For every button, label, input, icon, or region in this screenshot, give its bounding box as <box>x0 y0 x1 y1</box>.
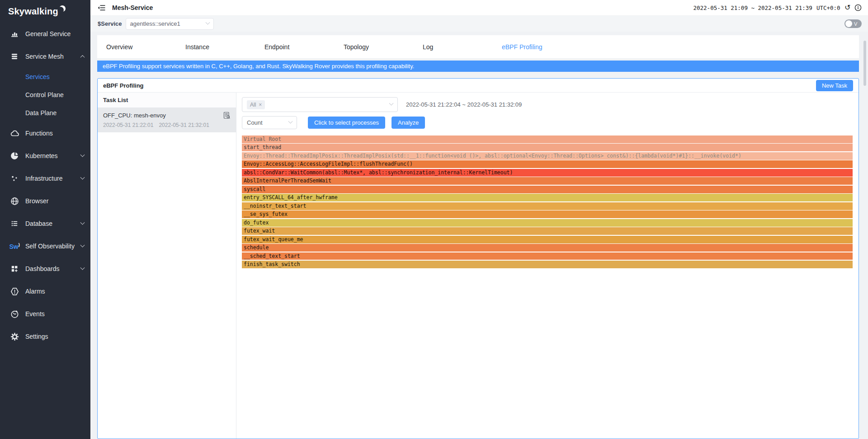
sidebar-item-label: Data Plane <box>25 109 57 117</box>
flame-frame[interactable]: schedule <box>242 244 853 252</box>
flame-frame[interactable]: finish_task_switch <box>242 261 853 268</box>
service-select[interactable]: agentless::service1 <box>126 18 214 30</box>
sidebar-item-label: Services <box>25 73 50 80</box>
sidebar-item-database[interactable]: Database <box>0 212 90 235</box>
flame-frame[interactable]: futex_wait_queue_me <box>242 236 853 243</box>
sidebar-item-browser[interactable]: Browser <box>0 190 90 212</box>
top-header: Mesh-Service 2022-05-31 21:09 ~ 2022-05-… <box>90 0 868 16</box>
sidebar-item-label: Settings <box>25 333 48 340</box>
globe-icon <box>10 196 19 205</box>
tab-topology[interactable]: Topology <box>335 43 414 51</box>
flame-frame[interactable]: syscall <box>242 186 853 193</box>
sidebar-item-label: Functions <box>25 130 53 137</box>
sidebar-item-data-plane[interactable]: Data Plane <box>0 104 90 122</box>
refresh-icon[interactable]: ↻ <box>844 4 850 11</box>
list-icon <box>10 219 19 228</box>
sidebar-item-label: Browser <box>25 197 48 205</box>
task-list-header: Task List <box>98 93 236 108</box>
tab-log[interactable]: Log <box>414 43 493 51</box>
flame-frame[interactable]: Envoy::AccessLog::AccessLogFileImpl::flu… <box>242 160 853 168</box>
gear-icon <box>10 332 19 341</box>
sw-logo-icon: Sw) <box>10 242 19 251</box>
logo-text: Skywalking <box>8 6 58 17</box>
sidebar-item-kubernetes[interactable]: Kubernetes <box>0 145 90 167</box>
sidebar-item-settings[interactable]: Settings <box>0 325 90 348</box>
new-task-button[interactable]: New Task <box>816 80 853 91</box>
chevron-down-icon <box>80 243 85 247</box>
flame-graph: Virtual Root start_thread Envoy::Thread:… <box>242 135 853 268</box>
sidebar-item-label: Infrastructure <box>25 175 62 182</box>
analysis-area: All × 2022-05-31 21:22:04 ~ 2022-05-31 2… <box>236 93 859 439</box>
select-processes-button[interactable]: Click to select processes <box>308 117 385 129</box>
chevron-down-icon <box>80 152 85 157</box>
thread-filter-select[interactable]: All × <box>242 97 398 112</box>
sidebar-item-functions[interactable]: Functions <box>0 122 90 145</box>
task-list: Task List OFF_CPU: mesh-envoy 2022-05-31… <box>98 93 236 439</box>
grid-plus-icon <box>10 264 19 273</box>
chevron-down-icon <box>80 220 85 224</box>
tab-ebpf-profiling[interactable]: eBPF Profiling <box>493 43 572 51</box>
chevron-up-icon <box>80 55 85 59</box>
tab-overview[interactable]: Overview <box>97 43 176 51</box>
timezone-display: UTC+0:0 <box>816 5 840 11</box>
panel-title: eBPF Profiling <box>103 82 144 89</box>
flame-frame[interactable]: __noinstr_text_start <box>242 202 853 210</box>
flame-frame[interactable]: do_futex <box>242 219 853 227</box>
analyze-button[interactable]: Analyze <box>392 117 425 129</box>
scrollbar[interactable] <box>863 41 866 86</box>
flame-frame[interactable]: Virtual Root <box>242 135 853 143</box>
task-detail-icon[interactable] <box>223 112 231 119</box>
time-range-display[interactable]: 2022-05-31 21:09 ~ 2022-05-31 21:39 <box>693 5 812 11</box>
sidebar-item-label: Database <box>25 220 52 227</box>
info-icon[interactable] <box>854 4 862 11</box>
filter-tag-label: All <box>250 102 256 108</box>
sidebar-item-label: Dashboards <box>25 265 60 272</box>
chevron-down-icon <box>80 175 85 179</box>
flame-frame[interactable]: __se_sys_futex <box>242 210 853 218</box>
bar-chart-icon <box>10 29 19 38</box>
sidebar-item-infrastructure[interactable]: Infrastructure <box>0 167 90 190</box>
sidebar-item-events[interactable]: Events <box>0 303 90 325</box>
flame-frame[interactable]: absl::CondVar::WaitCommon(absl::Mutex*, … <box>242 169 853 177</box>
flame-frame[interactable]: futex_wait <box>242 227 853 235</box>
chevron-down-icon <box>288 119 293 124</box>
filter-tag: All × <box>247 100 265 109</box>
alert-hexagon-icon <box>10 287 19 296</box>
main-area: Mesh-Service 2022-05-31 21:09 ~ 2022-05-… <box>90 0 868 439</box>
task-item[interactable]: OFF_CPU: mesh-envoy 2022-05-31 21:22:01 … <box>98 108 236 132</box>
sidebar-item-alarms[interactable]: Alarms <box>0 280 90 303</box>
task-end-time: 2022-05-31 21:32:01 <box>159 122 209 128</box>
sidebar-item-service-mesh[interactable]: Service Mesh <box>0 45 90 68</box>
info-banner: eBPF Profiling support services written … <box>97 61 859 72</box>
sidebar-item-self-observability[interactable]: Sw) Self Observability <box>0 235 90 257</box>
sidebar-item-services[interactable]: Services <box>0 68 90 86</box>
toggle-knob <box>845 20 852 27</box>
flame-frame[interactable]: Envoy::Thread::ThreadImplPosix::ThreadIm… <box>242 152 853 160</box>
dots-icon <box>10 174 19 183</box>
flame-frame[interactable]: __sched_text_start <box>242 252 853 260</box>
service-selector-bar: $Service agentless::service1 V <box>90 16 868 32</box>
sidebar-item-dashboards[interactable]: Dashboards <box>0 257 90 280</box>
tab-endpoint[interactable]: Endpoint <box>255 43 335 51</box>
app-root: Skywalking General Service Service Mesh … <box>0 0 868 439</box>
flame-frame[interactable]: start_thread <box>242 144 853 151</box>
layers-icon <box>10 52 19 61</box>
tag-close-icon[interactable]: × <box>259 102 262 108</box>
flame-frame[interactable]: AbslInternalPerThreadSemWait <box>242 177 853 185</box>
sidebar-item-label: General Service <box>25 30 71 37</box>
version-toggle[interactable]: V <box>844 19 862 28</box>
task-name: OFF_CPU: mesh-envoy <box>103 112 166 119</box>
flame-frame[interactable]: entry_SYSCALL_64_after_hwframe <box>242 194 853 201</box>
sidebar-item-control-plane[interactable]: Control Plane <box>0 86 90 104</box>
chevron-down-icon <box>80 265 85 270</box>
chevron-down-icon <box>389 101 394 106</box>
sidebar-item-label: Alarms <box>25 288 45 295</box>
sidebar-item-label: Control Plane <box>25 91 64 98</box>
skywalking-logo: Skywalking <box>0 0 90 23</box>
panel-header: eBPF Profiling New Task <box>98 79 859 93</box>
menu-fold-icon[interactable] <box>98 5 106 11</box>
sidebar-item-general-service[interactable]: General Service <box>0 23 90 45</box>
aggregation-select[interactable]: Count <box>242 116 297 129</box>
sidebar-item-label: Self Observability <box>25 243 75 250</box>
tab-instance[interactable]: Instance <box>176 43 255 51</box>
